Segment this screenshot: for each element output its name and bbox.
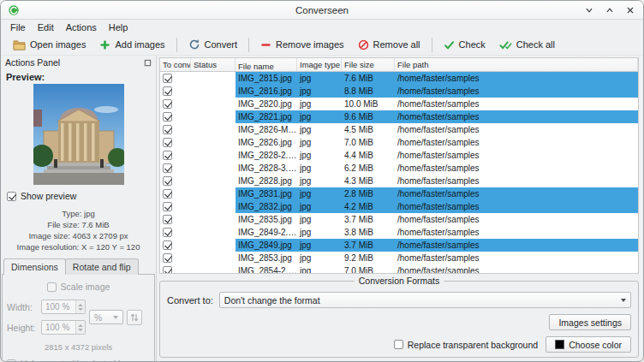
row-to-convert-cell[interactable] [160, 123, 191, 136]
row-to-convert-cell[interactable] [160, 85, 191, 98]
menu-file[interactable]: File [4, 21, 32, 33]
row-to-convert-cell[interactable] [160, 149, 191, 162]
titlebar[interactable]: Converseen [1, 1, 643, 20]
row-file-path: /home/faster/samples [395, 98, 638, 110]
format-combobox[interactable]: Don't change the format [219, 292, 631, 308]
color-swatch [555, 340, 564, 349]
row-status [191, 200, 236, 213]
row-checkbox[interactable] [163, 138, 172, 147]
show-preview-checkbox[interactable] [7, 192, 16, 201]
table-row[interactable]: IMG_2816.jpg jpg 8.8 MiB /home/faster/sa… [160, 85, 638, 98]
table-row[interactable]: IMG_2835.jpg jpg 3.7 MiB /home/faster/sa… [160, 213, 638, 226]
remove-all-button[interactable]: Remove all [351, 36, 427, 54]
header-file-size[interactable]: File size [342, 58, 395, 71]
row-to-convert-cell[interactable] [160, 110, 191, 123]
height-spinbox[interactable]: 100 % [41, 320, 86, 335]
menu-edit[interactable]: Edit [32, 21, 60, 33]
table-row[interactable]: IMG_2820.jpg jpg 10.0 MiB /home/faster/s… [160, 98, 638, 110]
check-all-button[interactable]: Check all [492, 36, 562, 54]
row-to-convert-cell[interactable] [160, 226, 191, 239]
unit-combobox[interactable]: % [89, 310, 123, 324]
table-row[interactable]: IMG_2853.jpg jpg 9.2 MiB /home/faster/sa… [160, 252, 638, 264]
header-file-name[interactable]: File name [236, 58, 297, 71]
replace-transparent-checkbox[interactable] [394, 340, 403, 349]
height-label: Height: [7, 323, 38, 333]
row-checkbox[interactable] [163, 266, 172, 273]
table-row[interactable]: IMG_2828-3.jpg jpg 6.2 MiB /home/faster/… [160, 162, 638, 175]
row-checkbox[interactable] [163, 240, 172, 250]
width-spinbox[interactable]: 100 % [41, 300, 86, 314]
open-images-button[interactable]: Open images [6, 36, 92, 54]
row-checkbox[interactable] [163, 125, 172, 134]
row-to-convert-cell[interactable] [160, 72, 191, 85]
row-checkbox[interactable] [163, 253, 172, 263]
row-checkbox[interactable] [163, 189, 172, 199]
choose-color-button[interactable]: Choose color [546, 336, 631, 353]
check-button[interactable]: Check [437, 36, 492, 54]
row-checkbox[interactable] [163, 151, 172, 160]
row-to-convert-cell[interactable] [160, 98, 191, 110]
row-file-name: IMG_2820.jpg [236, 98, 297, 110]
table-row[interactable]: IMG_2826-Mo... jpg 4.5 MiB /home/faster/… [160, 123, 638, 136]
table-row[interactable]: IMG_2849-2.jpg jpg 3.8 MiB /home/faster/… [160, 226, 638, 239]
minimize-icon[interactable] [583, 4, 595, 16]
menu-help[interactable]: Help [103, 21, 134, 33]
remove-images-button[interactable]: Remove images [253, 36, 350, 54]
tab-dimensions[interactable]: Dimensions [3, 258, 66, 275]
row-checkbox[interactable] [163, 215, 172, 224]
row-status [191, 72, 236, 85]
table-row[interactable]: IMG_2815.jpg jpg 7.6 MiB /home/faster/sa… [160, 72, 638, 85]
row-checkbox[interactable] [163, 176, 172, 186]
row-file-size: 7.0 MiB [342, 264, 395, 273]
table-row[interactable]: IMG_2854-2.jpg jpg 7.0 MiB /home/faster/… [160, 264, 638, 273]
header-status[interactable]: Status [191, 58, 236, 71]
add-images-button[interactable]: Add images [92, 36, 171, 54]
row-to-convert-cell[interactable] [160, 252, 191, 264]
table-row[interactable]: IMG_2832.jpg jpg 4.2 MiB /home/faster/sa… [160, 200, 638, 213]
row-to-convert-cell[interactable] [160, 264, 191, 273]
row-to-convert-cell[interactable] [160, 187, 191, 200]
table-row[interactable]: IMG_2831.jpg jpg 2.8 MiB /home/faster/sa… [160, 187, 638, 200]
table-row[interactable]: IMG_2826.jpg jpg 7.0 MiB /home/faster/sa… [160, 136, 638, 149]
maximize-icon[interactable] [604, 4, 616, 16]
table-row[interactable]: IMG_2828-2.jpg jpg 4.4 MiB /home/faster/… [160, 149, 638, 162]
close-icon[interactable] [624, 4, 636, 16]
spin-arrows-icon[interactable] [75, 300, 85, 313]
row-image-type: jpg [297, 252, 342, 264]
preview-image [33, 84, 124, 185]
table-row[interactable]: IMG_2821.jpg jpg 9.6 MiB /home/faster/sa… [160, 110, 638, 123]
row-to-convert-cell[interactable] [160, 136, 191, 149]
scale-image-checkbox[interactable] [47, 282, 57, 292]
swap-dimensions-button[interactable] [127, 310, 142, 325]
row-file-size: 9.2 MiB [342, 252, 395, 264]
table-row[interactable]: IMG_2849.jpg jpg 3.7 MiB /home/faster/sa… [160, 239, 638, 252]
row-checkbox[interactable] [163, 86, 172, 96]
row-checkbox[interactable] [163, 112, 172, 122]
row-file-path: /home/faster/samples [395, 187, 638, 200]
row-to-convert-cell[interactable] [160, 162, 191, 175]
convert-button[interactable]: Convert [182, 36, 245, 54]
row-image-type: jpg [297, 226, 342, 239]
row-checkbox[interactable] [163, 228, 172, 237]
preview-label: Preview: [6, 72, 151, 82]
row-to-convert-cell[interactable] [160, 175, 191, 187]
row-checkbox[interactable] [163, 202, 172, 211]
row-to-convert-cell[interactable] [160, 200, 191, 213]
table-row[interactable]: IMG_2828.jpg jpg 4.3 MiB /home/faster/sa… [160, 175, 638, 187]
header-to-convert[interactable]: To convert [160, 58, 191, 71]
row-status [191, 136, 236, 149]
tab-rotate-flip[interactable]: Rotate and flip [65, 258, 139, 275]
header-file-path[interactable]: File path [395, 58, 638, 71]
spin-arrows-icon[interactable] [75, 321, 85, 334]
row-checkbox[interactable] [163, 74, 172, 83]
row-checkbox[interactable] [163, 99, 172, 109]
header-image-type[interactable]: Image type [297, 58, 342, 71]
row-file-size: 4.5 MiB [342, 123, 395, 136]
float-dock-icon[interactable] [144, 59, 152, 67]
row-to-convert-cell[interactable] [160, 239, 191, 252]
images-settings-button[interactable]: Images settings [549, 314, 631, 330]
row-file-name: IMG_2821.jpg [236, 110, 297, 123]
row-checkbox[interactable] [163, 163, 172, 173]
menu-actions[interactable]: Actions [60, 21, 103, 33]
row-to-convert-cell[interactable] [160, 213, 191, 226]
